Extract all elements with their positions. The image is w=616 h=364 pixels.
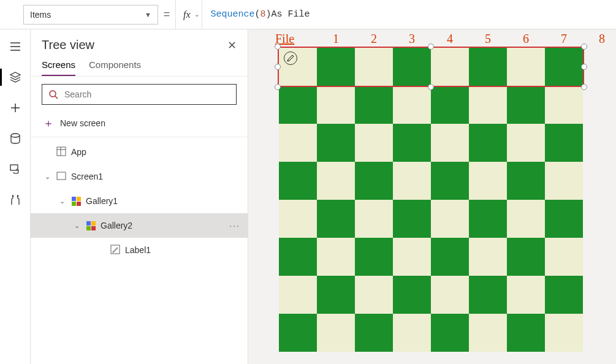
board-square [507, 238, 545, 276]
board-square [393, 200, 431, 238]
board-square [431, 314, 469, 352]
rail-insert[interactable] [0, 96, 31, 120]
board-square [317, 124, 355, 162]
panel-close-button[interactable]: ✕ [227, 39, 237, 52]
annot-col: 5 [469, 32, 507, 46]
board-square [469, 276, 507, 314]
board-square [355, 276, 393, 314]
hamburger-icon [9, 40, 21, 53]
resize-handle[interactable] [428, 84, 434, 90]
board-square [279, 238, 317, 276]
tree-label: Gallery2 [101, 221, 224, 230]
board-square [279, 162, 317, 200]
tree-node-screen1[interactable]: ⌄ Screen1 [31, 164, 248, 189]
fx-label: fx [183, 9, 191, 20]
board-square [507, 200, 545, 238]
resize-handle[interactable] [581, 84, 587, 90]
annot-col: 3 [393, 32, 431, 46]
board-square [355, 162, 393, 200]
board-square [355, 124, 393, 162]
search-field[interactable] [63, 89, 230, 100]
resize-handle[interactable] [275, 64, 281, 70]
resize-handle[interactable] [581, 44, 587, 50]
board-square [469, 86, 507, 124]
board-square [279, 200, 317, 238]
rail-hamburger[interactable] [0, 34, 31, 59]
rail-tree-view[interactable] [0, 65, 31, 89]
panel-tabs: Screens Components [31, 56, 248, 77]
plus-icon [9, 102, 21, 114]
chevron-down-icon: ⌄ [194, 11, 199, 18]
tree-node-label1[interactable]: Label1 [31, 238, 248, 262]
annot-col: 4 [431, 32, 469, 46]
board-square [355, 200, 393, 238]
board-square [431, 162, 469, 200]
board-square [317, 200, 355, 238]
board-row [279, 314, 583, 352]
panel-title: Tree view [42, 38, 94, 52]
annot-col: 8 [583, 32, 616, 46]
chevron-down-icon[interactable]: ⌄ [43, 173, 51, 181]
tab-components[interactable]: Components [89, 59, 141, 76]
property-dropdown[interactable]: Items ▼ [23, 5, 158, 25]
search-input[interactable] [42, 84, 237, 105]
board-square [431, 200, 469, 238]
tree-node-gallery1[interactable]: ⌄ Gallery1 [31, 189, 248, 213]
chevron-down-icon[interactable]: ⌄ [58, 197, 66, 205]
pencil-icon [287, 55, 294, 62]
chevron-down-icon[interactable]: ⌄ [72, 222, 81, 230]
resize-handle[interactable] [581, 64, 587, 70]
board-square [469, 200, 507, 238]
more-button[interactable]: ··· [229, 221, 240, 230]
board-square [469, 314, 507, 352]
board-square [279, 276, 317, 314]
annot-col: 6 [507, 32, 545, 46]
rail-media[interactable] [0, 157, 31, 181]
board-square [545, 200, 583, 238]
svg-point-3 [17, 195, 18, 197]
board-row [279, 124, 583, 162]
formula-input[interactable]: Sequence(8) As File [202, 0, 616, 29]
board-square [393, 86, 431, 124]
board-square [355, 314, 393, 352]
resize-handle[interactable] [275, 44, 281, 50]
edit-pencil-button[interactable] [284, 51, 297, 65]
tree-node-gallery2[interactable]: ⌄ Gallery2 ··· [31, 213, 248, 238]
board-square [279, 86, 317, 124]
board-square [393, 124, 431, 162]
tools-icon [9, 194, 21, 206]
board-square [507, 314, 545, 352]
board-square [317, 162, 355, 200]
tree-panel: Tree view ✕ Screens Components ＋ New scr… [31, 29, 248, 364]
resize-handle[interactable] [428, 44, 434, 50]
canvas[interactable]: File 12345678 [248, 29, 616, 364]
annot-file: File [275, 32, 317, 46]
board-square [279, 124, 317, 162]
svg-rect-5 [57, 147, 66, 156]
svg-point-2 [12, 195, 13, 197]
svg-rect-6 [57, 172, 66, 180]
board-row [279, 162, 583, 200]
rail-tools[interactable] [0, 188, 31, 212]
tree-node-app[interactable]: App [31, 140, 248, 164]
board-square [431, 238, 469, 276]
new-screen-button[interactable]: ＋ New screen [31, 112, 248, 137]
fx-dropdown[interactable]: fx ⌄ [175, 0, 202, 29]
board-square [545, 86, 583, 124]
board-square [393, 238, 431, 276]
selection-outline[interactable] [278, 47, 584, 87]
board-square [507, 124, 545, 162]
board-square [469, 124, 507, 162]
formula-bar: Items ▼ = fx ⌄ Sequence(8) As File [0, 0, 616, 29]
board-square [279, 314, 317, 352]
left-rail [0, 29, 31, 364]
rail-data[interactable] [0, 126, 31, 151]
board-square [393, 276, 431, 314]
board-square [545, 124, 583, 162]
board-square [431, 124, 469, 162]
board-square [469, 238, 507, 276]
tab-screens[interactable]: Screens [42, 59, 75, 76]
board-square [431, 276, 469, 314]
resize-handle[interactable] [275, 84, 281, 90]
formula-suffix: As File [272, 9, 310, 20]
